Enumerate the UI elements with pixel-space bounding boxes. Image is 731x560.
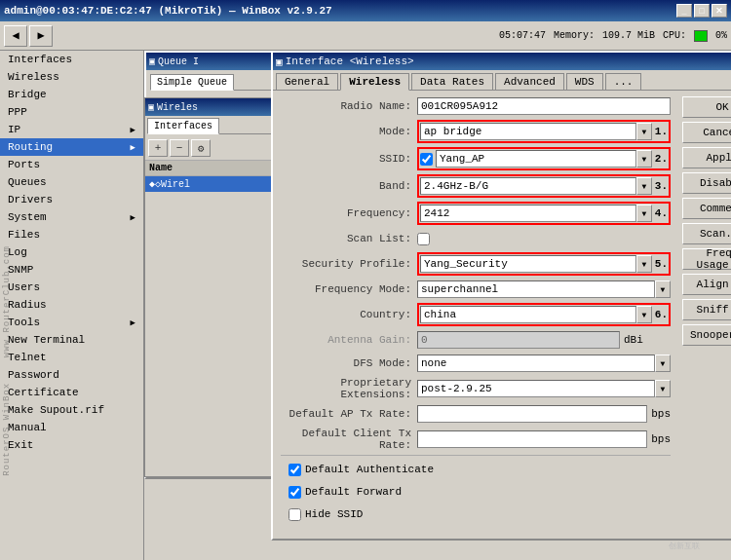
frequency-mode-input[interactable] bbox=[417, 280, 655, 298]
sidebar-item-routing[interactable]: Routing ▶ bbox=[0, 138, 143, 156]
prop-ext-input[interactable] bbox=[417, 380, 655, 397]
sidebar-item-interfaces[interactable]: Interfaces bbox=[0, 51, 143, 68]
snooper-button[interactable]: Snooper... bbox=[682, 324, 731, 346]
sidebar-item-manual[interactable]: Manual bbox=[0, 419, 143, 436]
antenna-gain-unit: dBi bbox=[624, 334, 643, 346]
band-row: Band: ▼ 3. bbox=[281, 174, 671, 198]
window-title: admin@00:03:47:DE:C2:47 (MikroTik) — Win… bbox=[4, 5, 676, 17]
prop-ext-dropdown-button[interactable]: ▼ bbox=[655, 380, 671, 397]
tab-wireless[interactable]: Wireless bbox=[340, 73, 409, 91]
queue-title: Queue I bbox=[158, 56, 199, 67]
mode-field: ▼ 1. bbox=[417, 120, 671, 143]
default-ap-tx-input[interactable] bbox=[417, 405, 647, 423]
iface-remove-button[interactable]: − bbox=[170, 139, 189, 157]
security-profile-input[interactable] bbox=[420, 255, 636, 273]
security-select-field: ▼ bbox=[420, 255, 652, 273]
sidebar-item-certificate[interactable]: Certificate bbox=[0, 384, 143, 401]
sidebar-item-drivers[interactable]: Drivers bbox=[0, 191, 143, 208]
hide-ssid-row: Hide SSID bbox=[289, 504, 663, 524]
sidebar-item-snmp[interactable]: SNMP bbox=[0, 261, 143, 279]
country-dropdown-button[interactable]: ▼ bbox=[636, 306, 652, 323]
default-authenticate-checkbox[interactable] bbox=[289, 464, 301, 476]
prop-ext-field: ▼ bbox=[417, 380, 671, 397]
ssid-input[interactable] bbox=[436, 150, 636, 168]
band-dropdown-button[interactable]: ▼ bbox=[636, 177, 652, 195]
scan-list-label: Scan List: bbox=[281, 233, 417, 244]
scan-list-checkbox[interactable] bbox=[417, 233, 430, 245]
queue-icon: ▣ bbox=[149, 56, 155, 67]
sniff-button[interactable]: Sniff... bbox=[682, 299, 731, 320]
close-button[interactable]: ✕ bbox=[712, 4, 727, 18]
sidebar-item-tools[interactable]: Tools ▶ bbox=[0, 314, 143, 331]
tab-advanced[interactable]: Advanced bbox=[495, 73, 564, 90]
sidebar-item-bridge[interactable]: Bridge bbox=[0, 86, 143, 103]
title-bar-buttons: _ □ ✕ bbox=[676, 4, 727, 18]
sidebar-item-telnet[interactable]: Telnet bbox=[0, 349, 143, 366]
country-badge: 6. bbox=[655, 309, 668, 320]
sidebar-item-users[interactable]: Users bbox=[0, 279, 143, 296]
sidebar-item-password[interactable]: Password bbox=[0, 366, 143, 384]
freq-usage-button[interactable]: Freq. Usage... bbox=[682, 248, 731, 270]
sidebar-item-system[interactable]: System ▶ bbox=[0, 208, 143, 226]
antenna-gain-input[interactable] bbox=[417, 331, 620, 349]
cancel-button[interactable]: Cancel bbox=[682, 122, 731, 143]
sidebar-item-exit[interactable]: Exit bbox=[0, 436, 143, 454]
back-button[interactable]: ◀ bbox=[4, 25, 27, 47]
frequency-input[interactable] bbox=[420, 205, 636, 222]
sidebar-item-ports[interactable]: Ports bbox=[0, 156, 143, 173]
apply-button[interactable]: Apply bbox=[682, 147, 731, 168]
sidebar-item-queues[interactable]: Queues bbox=[0, 173, 143, 191]
radio-name-label: Radio Name: bbox=[281, 100, 417, 112]
dfs-dropdown-button[interactable]: ▼ bbox=[655, 355, 671, 372]
ok-button[interactable]: OK bbox=[682, 96, 731, 118]
ssid-dropdown-button[interactable]: ▼ bbox=[636, 150, 652, 168]
country-input[interactable] bbox=[420, 306, 636, 323]
sidebar-item-ip[interactable]: IP ▶ bbox=[0, 121, 143, 138]
tab-interfaces[interactable]: Interfaces bbox=[147, 118, 219, 134]
disable-button[interactable]: Disable bbox=[682, 172, 731, 194]
maximize-button[interactable]: □ bbox=[694, 4, 710, 18]
default-forward-checkbox[interactable] bbox=[289, 486, 301, 499]
ssid-row: SSID: ▼ 2. bbox=[281, 147, 671, 170]
scan-button[interactable]: Scan... bbox=[682, 223, 731, 244]
sidebar-item-log[interactable]: Log bbox=[0, 243, 143, 261]
frequency-mode-row: Frequency Mode: ▼ bbox=[281, 280, 671, 299]
iface-add-button[interactable]: + bbox=[148, 139, 168, 157]
freq-mode-dropdown-button[interactable]: ▼ bbox=[655, 280, 671, 298]
radio-name-input[interactable] bbox=[417, 97, 671, 115]
security-dropdown-button[interactable]: ▼ bbox=[636, 255, 652, 273]
band-input[interactable] bbox=[420, 177, 636, 195]
align-button[interactable]: Align... bbox=[682, 274, 731, 295]
frequency-dropdown-button[interactable]: ▼ bbox=[636, 205, 652, 222]
sidebar-item-ppp[interactable]: PPP bbox=[0, 103, 143, 121]
dialog-title: Interface <Wireless> bbox=[286, 56, 414, 67]
dfs-mode-input[interactable] bbox=[417, 355, 655, 372]
dialog-title-left: ▣ Interface <Wireless> bbox=[276, 56, 414, 68]
dialog-buttons-panel: OK Cancel Apply Disable Comment Scan... … bbox=[678, 91, 731, 539]
sidebar-item-new-terminal[interactable]: New Terminal bbox=[0, 331, 143, 349]
mode-input[interactable] bbox=[420, 123, 636, 140]
ssid-checkbox[interactable] bbox=[420, 153, 433, 166]
comment-button[interactable]: Comment bbox=[682, 198, 731, 219]
tab-general[interactable]: General bbox=[276, 73, 338, 90]
band-field: ▼ 3. bbox=[417, 174, 671, 198]
default-ap-tx-label: Default AP Tx Rate: bbox=[281, 408, 417, 420]
minimize-button[interactable]: _ bbox=[676, 4, 692, 18]
sidebar-item-wireless[interactable]: Wireless bbox=[0, 68, 143, 86]
tab-simple-queue[interactable]: Simple Queue bbox=[150, 74, 234, 91]
forward-button[interactable]: ▶ bbox=[29, 25, 53, 47]
sidebar-arrow-ip: ▶ bbox=[131, 125, 135, 135]
iface-settings-button[interactable]: ⚙ bbox=[191, 139, 211, 157]
tab-data-rates[interactable]: Data Rates bbox=[411, 73, 493, 90]
dialog-titlebar: ▣ Interface <Wireless> ✕ bbox=[273, 53, 731, 70]
tab-wds[interactable]: WDS bbox=[566, 73, 603, 90]
ssid-badge: 2. bbox=[655, 153, 668, 165]
sidebar-item-make-supout[interactable]: Make Supout.rif bbox=[0, 401, 143, 419]
sidebar-item-radius[interactable]: Radius bbox=[0, 296, 143, 314]
main-layout: RouterOS WinBox www.RouterClub.com Inter… bbox=[0, 51, 731, 560]
hide-ssid-checkbox[interactable] bbox=[289, 508, 301, 521]
mode-dropdown-button[interactable]: ▼ bbox=[636, 123, 652, 140]
tab-more[interactable]: ... bbox=[605, 73, 642, 90]
default-client-tx-input[interactable] bbox=[417, 430, 647, 448]
sidebar-item-files[interactable]: Files bbox=[0, 226, 143, 243]
